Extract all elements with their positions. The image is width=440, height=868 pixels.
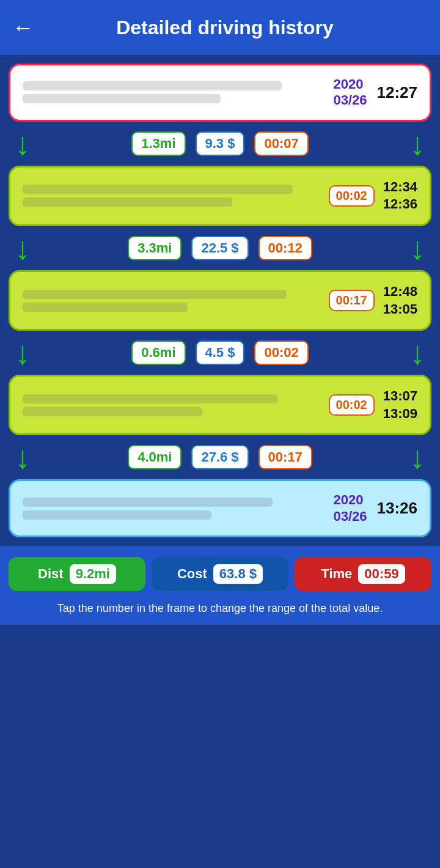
arrow-down-icon-2: ↓	[15, 232, 31, 264]
time-value[interactable]: 00:59	[358, 564, 405, 584]
end-date: 202003/26	[333, 492, 367, 524]
segment-2-row: ↓ 3.3mi 22.5 $ 00:12 ↓	[9, 226, 431, 270]
stop1-duration-badge[interactable]: 00:02	[329, 185, 375, 207]
summary-row: Dist 9.2mi Cost 63.8 $ Time 00:59	[9, 557, 431, 591]
stop-card-1[interactable]: 00:02 12:34 12:36	[9, 166, 431, 226]
arrow-down-icon-1: ↓	[15, 128, 31, 160]
start-card[interactable]: 202003/26 12:27	[9, 64, 431, 122]
stop1-arrive: 12:34	[383, 178, 417, 196]
stop1-depart: 12:36	[383, 196, 417, 213]
arrow-down-icon-4b: ↓	[409, 441, 425, 473]
segment-3-duration[interactable]: 00:02	[254, 340, 308, 365]
stop3-address-line2	[23, 407, 202, 416]
stop2-times: 12:48 13:05	[383, 283, 417, 318]
summary-time-pill[interactable]: Time 00:59	[295, 557, 431, 591]
stop3-address-line1	[23, 394, 277, 403]
end-time: 13:26	[377, 499, 418, 517]
stop3-depart: 13:09	[383, 405, 417, 423]
start-time: 12:27	[377, 83, 418, 101]
segment-1-cost[interactable]: 9.3 $	[196, 131, 245, 156]
segment-1-row: ↓ 1.3mi 9.3 $ 00:07 ↓	[9, 122, 431, 166]
stop3-times: 13:07 13:09	[383, 388, 417, 422]
segment-4-distance[interactable]: 4.0mi	[128, 445, 182, 469]
stop2-duration-badge[interactable]: 00:17	[329, 290, 375, 311]
arrow-down-icon-2b: ↓	[409, 232, 425, 264]
summary-dist-pill[interactable]: Dist 9.2mi	[9, 557, 145, 591]
arrow-down-icon-3b: ↓	[409, 337, 425, 369]
stop1-address-line2	[23, 197, 232, 207]
back-button[interactable]: ←	[12, 15, 34, 40]
start-address-line1	[23, 81, 282, 90]
end-datetime: 202003/26	[333, 492, 367, 524]
page-title: Detailed driving history	[46, 17, 403, 39]
stop1-address-line1	[23, 185, 293, 194]
segment-2-cost[interactable]: 22.5 $	[191, 236, 248, 260]
stop1-address	[23, 185, 323, 207]
segment-4-badges: 4.0mi 27.6 $ 00:17	[37, 445, 403, 469]
stop2-address-line1	[23, 290, 287, 299]
arrow-down-icon-3: ↓	[15, 337, 31, 369]
stop2-depart: 13:05	[383, 301, 417, 318]
end-address	[23, 498, 327, 520]
start-address	[23, 81, 327, 103]
segment-3-cost[interactable]: 4.5 $	[196, 340, 245, 365]
cost-label: Cost	[177, 566, 207, 582]
segment-2-badges: 3.3mi 22.5 $ 00:12	[37, 236, 403, 260]
summary-cost-pill[interactable]: Cost 63.8 $	[152, 557, 288, 591]
arrow-down-icon-1b: ↓	[409, 128, 425, 160]
end-address-line2	[23, 510, 211, 520]
stop3-arrive: 13:07	[383, 388, 417, 405]
segment-4-cost[interactable]: 27.6 $	[191, 445, 248, 469]
start-datetime: 202003/26	[333, 76, 367, 109]
stop1-times: 12:34 12:36	[383, 178, 417, 213]
content-area: 202003/26 12:27 ↓ 1.3mi 9.3 $ 00:07 ↓ 00…	[0, 55, 440, 537]
segment-3-badges: 0.6mi 4.5 $ 00:02	[37, 340, 403, 365]
stop3-address	[23, 394, 323, 416]
end-card[interactable]: 202003/26 13:26	[9, 479, 431, 537]
segment-2-duration[interactable]: 00:12	[258, 236, 312, 260]
end-address-line1	[23, 498, 273, 507]
bottom-bar: Dist 9.2mi Cost 63.8 $ Time 00:59 Tap th…	[0, 546, 440, 625]
stop-card-3[interactable]: 00:02 13:07 13:09	[9, 375, 431, 435]
segment-3-row: ↓ 0.6mi 4.5 $ 00:02 ↓	[9, 331, 431, 375]
segment-1-duration[interactable]: 00:07	[254, 131, 308, 156]
stop2-address-line2	[23, 303, 188, 312]
segment-1-distance[interactable]: 1.3mi	[131, 131, 185, 156]
stop2-arrive: 12:48	[383, 283, 417, 301]
stop-card-2[interactable]: 00:17 12:48 13:05	[9, 270, 431, 331]
dist-value[interactable]: 9.2mi	[70, 564, 116, 584]
segment-2-distance[interactable]: 3.3mi	[128, 236, 182, 260]
segment-4-row: ↓ 4.0mi 27.6 $ 00:17 ↓	[9, 435, 431, 479]
start-date: 202003/26	[333, 76, 367, 109]
time-label: Time	[321, 566, 352, 582]
cost-value[interactable]: 63.8 $	[213, 564, 263, 584]
segment-3-distance[interactable]: 0.6mi	[131, 340, 185, 365]
dist-label: Dist	[38, 566, 64, 582]
segment-4-duration[interactable]: 00:17	[258, 445, 312, 469]
bottom-hint: Tap the number in the frame to change th…	[9, 598, 431, 617]
segment-1-badges: 1.3mi 9.3 $ 00:07	[37, 131, 403, 156]
header: ← Detailed driving history	[0, 0, 440, 55]
start-address-line2	[23, 94, 221, 103]
stop3-duration-badge[interactable]: 00:02	[329, 394, 375, 416]
stop2-address	[23, 290, 323, 312]
arrow-down-icon-4: ↓	[15, 441, 31, 473]
